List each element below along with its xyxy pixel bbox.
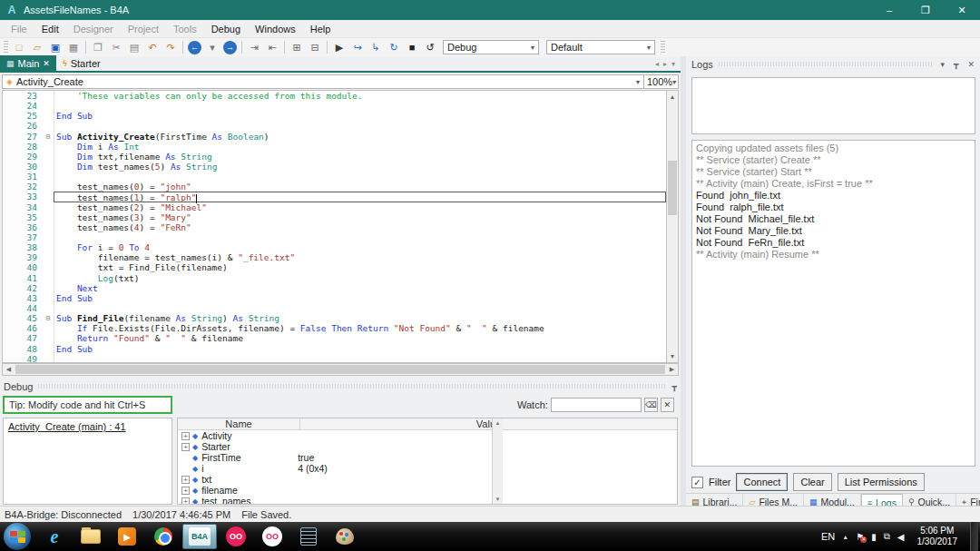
watch-input[interactable] [551,398,642,412]
code-line[interactable]: 39 filename = test_names(i) & "_file.txt… [3,252,666,262]
variable-row[interactable]: ◆FirstTimetrue [178,452,677,463]
scroll-up-icon[interactable]: ▲ [670,91,676,103]
code-line[interactable]: 47 Return "Found" & " " & filename [3,333,666,343]
code-line[interactable]: 31 [3,172,666,182]
scroll-thumb[interactable] [15,365,665,374]
code-line[interactable]: 23 'These variables can only be accessed… [3,91,666,101]
chevron-down-icon[interactable]: ▾ [941,60,946,69]
variables-scrollbar[interactable]: ▲ ▼ [492,418,503,504]
tab-scroll-right-icon[interactable]: ▸ [663,60,667,68]
menu-help[interactable]: Help [303,22,338,36]
code-line[interactable]: 41 Log(txt) [3,273,666,283]
variable-row[interactable]: +◆Activity [178,430,677,441]
menu-designer[interactable]: Designer [66,22,121,36]
paint-icon[interactable] [328,524,362,549]
code-line[interactable]: 49 [3,354,666,363]
code-editor[interactable]: 23 'These variables can only be accessed… [2,90,666,363]
code-line[interactable]: 25End Sub [3,111,666,121]
list-permissions-button[interactable]: List Permissions [838,473,925,491]
step-into-icon[interactable]: ↳ [368,40,384,54]
toolbar-overflow-grip[interactable] [661,41,665,54]
code-line[interactable]: 45⊟Sub Find_File(filename As String) As … [3,313,666,323]
file-explorer-icon[interactable] [74,524,108,549]
code-line[interactable]: 48End Sub [3,344,666,354]
notepad-icon[interactable] [291,524,326,549]
connect-button[interactable]: Connect [736,473,788,491]
navigate-forward-icon[interactable]: → [223,41,237,54]
clear-button[interactable]: Clear [793,473,831,491]
menu-edit[interactable]: Edit [34,22,66,36]
menu-project[interactable]: Project [121,22,166,36]
variable-row[interactable]: +◆test_names [178,496,677,505]
close-button[interactable]: ✕ [944,0,980,20]
code-line[interactable]: 33 test_names(1) = "ralph" [3,192,666,202]
restore-button[interactable]: ❐ [907,0,944,20]
variable-row[interactable]: ◆i4 (0x4) [178,463,677,474]
internet-explorer-icon[interactable]: e [37,524,72,549]
fold-collapse-icon[interactable]: ⊟ [43,132,54,142]
action-center-flag-icon[interactable]: ⚑✕ [856,532,864,542]
language-indicator[interactable]: EN [821,531,835,542]
scroll-down-icon[interactable]: ▼ [495,495,501,504]
open-folder-icon[interactable]: ▱ [29,40,45,54]
tab-scroll-left-icon[interactable]: ◂ [655,60,659,68]
logs-output[interactable]: Copying updated assets files (5)** Servi… [691,140,975,467]
uncomment-icon[interactable]: ⊟ [307,40,323,54]
code-line[interactable]: 27⊟Sub Activity_Create(FirstTime As Bool… [3,132,666,142]
media-player-icon[interactable]: ▶ [110,524,144,549]
expand-icon[interactable]: + [181,476,190,484]
scroll-thumb[interactable] [668,161,677,215]
close-tab-icon[interactable]: ✕ [43,59,50,68]
package-icon[interactable]: ▦ [65,40,82,54]
code-line[interactable]: 42 Next [3,283,666,293]
run-icon[interactable]: ▶ [331,40,348,54]
filter-checkbox[interactable]: ✓ [691,477,703,488]
menu-file[interactable]: File [4,22,34,36]
genymotion-player-icon[interactable]: OO [255,524,289,549]
expand-icon[interactable]: + [181,487,190,495]
start-button[interactable] [4,523,31,550]
network-icon[interactable]: ⧉ [884,531,890,542]
stop-icon[interactable]: ■ [404,40,420,54]
tab-starter[interactable]: ϟ Starter [56,55,107,71]
show-desktop-button[interactable] [970,522,978,551]
scroll-up-icon[interactable]: ▲ [495,418,501,428]
step-out-icon[interactable]: ↻ [386,40,402,54]
expand-icon[interactable]: + [181,497,190,506]
new-file-icon[interactable]: □ [11,40,27,54]
code-line[interactable]: 40 txt = Find_File(filename) [3,262,666,272]
code-line[interactable]: 35 test_names(3) = "Mary" [3,212,666,222]
editor-horizontal-scrollbar[interactable]: ◀ ▶ [2,363,679,376]
pin-icon[interactable]: ┳ [672,382,677,391]
tab-list-icon[interactable]: ▾ [671,60,675,68]
menu-windows[interactable]: Windows [248,22,303,36]
toolbar-grip[interactable] [4,41,8,54]
b4a-app-icon[interactable]: B4A [182,524,217,549]
delete-watch-button[interactable]: ⌫ [644,398,658,412]
code-line[interactable]: 26 [3,121,666,131]
navigate-back-icon[interactable]: ← [188,41,201,54]
build-mode-combo[interactable]: Debug▾ [443,40,539,54]
tab-scroll-buttons[interactable]: ◂▸▾ [655,60,681,71]
code-line[interactable]: 43End Sub [3,293,666,303]
scroll-left-icon[interactable]: ◀ [3,366,15,373]
pin-icon[interactable]: ┳ [954,60,958,69]
code-line[interactable]: 30 Dim test_names(5) As String [3,162,666,172]
chrome-icon[interactable] [146,524,181,549]
code-line[interactable]: 44 [3,303,666,313]
power-icon[interactable]: ▮ [871,532,877,542]
close-icon[interactable]: ✕ [967,60,975,69]
editor-vertical-scrollbar[interactable]: ▲ ▼ [666,90,679,363]
minimize-button[interactable]: – [871,0,907,20]
code-line[interactable]: 37 [3,232,666,242]
logs-filter-box[interactable] [691,77,975,134]
step-over-icon[interactable]: ↪ [349,40,366,54]
indent-icon[interactable]: ⇥ [246,40,262,54]
code-line[interactable]: 32 test_names(0) = "john" [3,182,666,192]
variable-row[interactable]: +◆Starter [178,441,677,452]
scroll-right-icon[interactable]: ▶ [666,366,678,373]
code-line[interactable]: 46 If File.Exists(File.DirAssets, filena… [3,323,666,333]
paste-icon[interactable]: ▤ [126,40,142,54]
panel-drag-texture[interactable] [719,62,932,66]
code-line[interactable]: 24 [3,101,666,111]
